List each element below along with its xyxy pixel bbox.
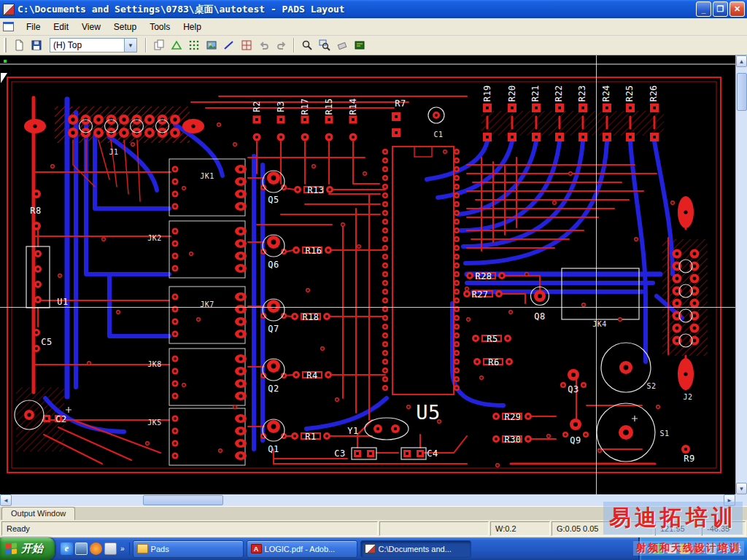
save-button[interactable] — [28, 37, 44, 53]
document-icon[interactable] — [3, 22, 14, 31]
line-width-button[interactable] — [220, 37, 237, 53]
quick-launch-overflow-chevron[interactable]: » — [119, 545, 126, 553]
layer-combo[interactable]: (H) Top ▼ — [50, 38, 137, 52]
component-label-r3: R3 — [276, 101, 286, 112]
component-label-jk7: JK7 — [200, 300, 214, 308]
component-label-r29: R29 — [504, 412, 521, 422]
menu-help[interactable]: Help — [177, 20, 208, 34]
component-label-r16: R16 — [305, 246, 322, 256]
component-label-c5: C5 — [41, 337, 52, 347]
watermark-title: 易迪拓培训 — [603, 502, 743, 534]
taskbar-item-pads-folder[interactable]: Pads — [133, 540, 244, 558]
photo-plot-button[interactable] — [203, 37, 220, 53]
status-trace-width: W:0.2 — [490, 521, 550, 536]
new-button[interactable] — [10, 37, 27, 53]
media-player-icon[interactable] — [90, 542, 102, 555]
component-label-q9: Q9 — [570, 435, 581, 446]
component-label-q7: Q7 — [268, 324, 279, 334]
vertical-scrollbar[interactable]: ▲ ▼ — [735, 55, 747, 494]
start-label: 开始 — [21, 542, 43, 556]
close-button[interactable]: ✕ — [729, 1, 745, 17]
maximize-button[interactable]: ❐ — [713, 1, 728, 17]
component-label-r30: R30 — [504, 435, 521, 445]
pads-icon — [365, 544, 376, 553]
menu-file[interactable]: File — [20, 20, 47, 34]
menu-view[interactable]: View — [75, 20, 107, 34]
component-label-u1: U1 — [57, 297, 68, 307]
component-label-r24: R24 — [601, 85, 611, 101]
start-button[interactable]: 开始 — [0, 537, 55, 560]
status-ready: Ready — [1, 521, 378, 536]
hatch-button[interactable] — [238, 37, 255, 53]
component-label-r14: R14 — [348, 98, 358, 114]
app-icon — [3, 4, 15, 15]
component-label-r9: R9 — [684, 454, 694, 464]
scroll-down-arrow[interactable]: ▼ — [736, 483, 747, 494]
show-desktop-icon[interactable] — [75, 542, 88, 555]
component-label-r26: R26 — [649, 85, 659, 101]
mouse-cursor — [1, 73, 7, 83]
crosshair-vertical — [596, 55, 597, 494]
toolbar-grip[interactable] — [4, 38, 7, 52]
component-label-r2: R2 — [252, 101, 262, 112]
menu-setup[interactable]: Setup — [107, 20, 143, 34]
internet-explorer-icon[interactable]: e — [61, 542, 73, 555]
folder-icon — [137, 544, 148, 553]
taskbar-item-pads-layout[interactable]: C:\Documents and... — [360, 540, 471, 558]
vertical-scroll-thumb[interactable] — [737, 73, 747, 111]
board-button[interactable] — [351, 37, 368, 53]
component-label-r5: R5 — [487, 334, 498, 344]
component-label-s2: S2 — [646, 382, 656, 390]
pcb-canvas[interactable]: R2R3R17R15R14R7C1R19R20R21R22R23R24R25R2… — [0, 55, 735, 494]
scroll-up-arrow[interactable]: ▲ — [736, 55, 747, 67]
component-label-q2: Q2 — [268, 384, 279, 394]
redo-button[interactable] — [273, 37, 290, 53]
minimize-button[interactable]: _ — [696, 1, 711, 17]
component-label-c1: C1 — [433, 131, 443, 139]
component-label-j1: J1 — [109, 148, 118, 156]
component-label-r28: R28 — [475, 271, 492, 281]
undo-button[interactable] — [255, 37, 272, 53]
component-label-y1: Y1 — [347, 426, 358, 436]
horizontal-scroll-thumb[interactable] — [143, 495, 223, 505]
component-label-u5: U5 — [416, 401, 441, 424]
component-label-r7: R7 — [395, 98, 406, 109]
nets-button[interactable] — [168, 37, 185, 53]
workspace: R2R3R17R15R14R7C1R19R20R21R22R23R24R25R2… — [0, 55, 747, 494]
component-label-r8: R8 — [30, 206, 41, 216]
component-label-r17: R17 — [300, 98, 310, 114]
component-label-jk1: JK1 — [200, 172, 214, 180]
sheets-button[interactable] — [150, 37, 167, 53]
component-label-r22: R22 — [554, 85, 564, 101]
component-label-q6: Q6 — [268, 260, 279, 270]
acrobat-icon: A — [251, 544, 262, 553]
component-label-q8: Q8 — [534, 311, 545, 322]
output-window-tab[interactable]: Output Window — [1, 507, 75, 520]
zoom-button[interactable] — [298, 37, 315, 53]
watermark-subtitle: 射频和天线设计培训 — [633, 541, 744, 556]
pads-layout-window: C:\Documents and Settings\0783\桌面\autote… — [0, 0, 747, 560]
pcb-drawing — [0, 55, 735, 494]
component-label-r13: R13 — [307, 185, 324, 195]
menu-edit[interactable]: Edit — [47, 20, 75, 34]
origin-marker — [4, 60, 7, 63]
component-label-r25: R25 — [624, 85, 635, 101]
vertical-scroll-track[interactable] — [736, 67, 747, 483]
component-label-r21: R21 — [530, 85, 541, 101]
menu-tools[interactable]: Tools — [143, 20, 177, 34]
component-label-r19: R19 — [482, 85, 492, 101]
grid-dots-button[interactable] — [185, 37, 202, 53]
zoom-window-button[interactable] — [316, 37, 333, 53]
component-label-j2: J2 — [683, 393, 692, 401]
component-label-r23: R23 — [577, 85, 587, 101]
eraser-button[interactable] — [333, 37, 350, 53]
taskbar-item-logic-pdf[interactable]: A LOGIC.pdf - Adob... — [247, 540, 357, 558]
component-label-jk2: JK2 — [147, 234, 162, 242]
component-label-q3: Q3 — [568, 384, 578, 394]
mail-icon[interactable] — [104, 542, 117, 555]
component-label-r1: R1 — [305, 432, 316, 442]
menu-bar: File Edit View Setup Tools Help — [0, 18, 747, 36]
scroll-left-arrow[interactable]: ◄ — [0, 494, 12, 506]
component-label-r15: R15 — [324, 98, 334, 114]
chevron-down-icon[interactable]: ▼ — [124, 39, 136, 52]
